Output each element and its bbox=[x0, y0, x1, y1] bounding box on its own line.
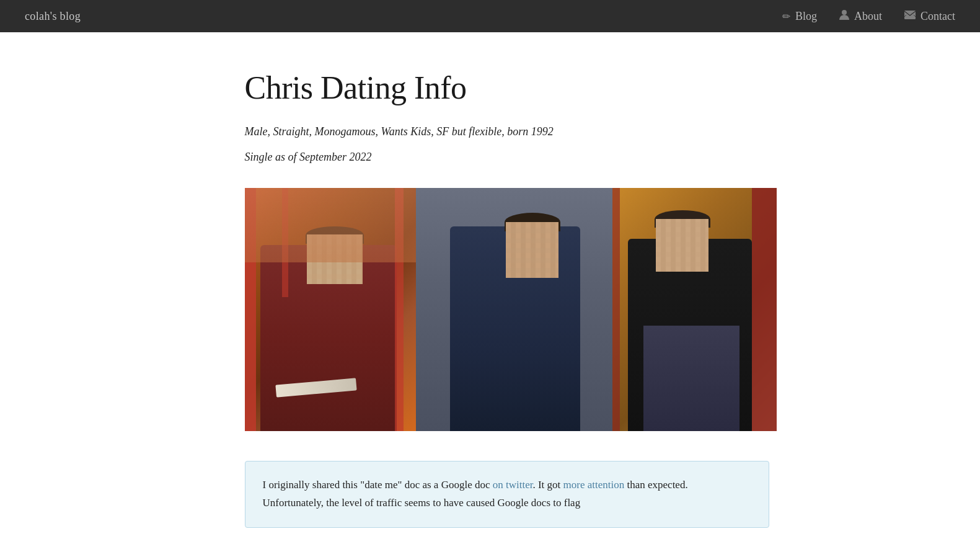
nav-link-blog[interactable]: ✏ Blog bbox=[782, 10, 817, 23]
nav-link-contact[interactable]: Contact bbox=[904, 10, 955, 23]
nav-blog-label: Blog bbox=[795, 10, 817, 23]
more-attention-link[interactable]: more attention bbox=[563, 479, 625, 491]
page-subtitle: Male, Straight, Monogamous, Wants Kids, … bbox=[245, 123, 769, 140]
info-box: I originally shared this "date me" doc a… bbox=[245, 461, 769, 528]
face-blur-3 bbox=[656, 219, 709, 272]
twitter-link[interactable]: on twitter bbox=[493, 479, 533, 491]
info-box-text: I originally shared this "date me" doc a… bbox=[263, 476, 751, 512]
page-title: Chris Dating Info bbox=[245, 69, 769, 106]
nav-about-label: About bbox=[854, 10, 882, 23]
face-blur-2 bbox=[506, 222, 558, 278]
navbar: colah's blog ✏ Blog About bbox=[0, 0, 980, 32]
nav-brand[interactable]: colah's blog bbox=[25, 10, 81, 23]
nav-links: ✏ Blog About Contact bbox=[782, 9, 955, 23]
main-content: Chris Dating Info Male, Straight, Monoga… bbox=[187, 32, 794, 557]
nav-link-about[interactable]: About bbox=[839, 9, 882, 23]
pen-icon: ✏ bbox=[782, 11, 790, 22]
nav-contact-label: Contact bbox=[920, 10, 955, 23]
person-icon bbox=[839, 9, 849, 23]
photo-1 bbox=[245, 188, 416, 431]
photo-collage bbox=[245, 188, 777, 431]
page-status: Single as of September 2022 bbox=[245, 149, 769, 166]
photo-2 bbox=[416, 188, 612, 431]
mail-icon bbox=[904, 11, 916, 22]
svg-point-0 bbox=[842, 10, 847, 15]
photo-3 bbox=[612, 188, 777, 431]
